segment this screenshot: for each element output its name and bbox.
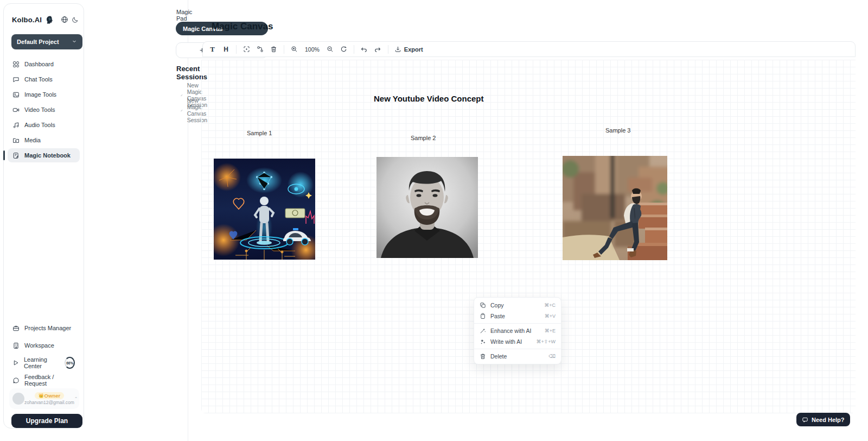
- toolbar-divider: [284, 45, 284, 54]
- chevron-down-icon: [72, 39, 77, 45]
- trash-icon: [480, 353, 486, 360]
- app-root: Kolbo.AI Default Project Dashboard: [0, 0, 868, 441]
- undo-button[interactable]: [358, 43, 371, 55]
- magic-canvas-grid[interactable]: New Youtube Video Concept Sample 1 Sampl…: [201, 60, 856, 413]
- sample-1-image[interactable]: [214, 159, 315, 260]
- zoom-out-icon: [327, 46, 334, 53]
- magic-notebook-icon: [12, 152, 20, 159]
- user-meta: 👑Owner zoharvan12@gmail.com: [24, 392, 74, 406]
- media-folder-icon: [12, 137, 20, 144]
- sidebar-item-label: Video Tools: [24, 106, 55, 113]
- sidebar-item-learning-center[interactable]: Learning Center 66%: [8, 355, 80, 371]
- learning-progress-badge: 66%: [65, 357, 75, 369]
- sample-2-label[interactable]: Sample 2: [411, 135, 436, 141]
- copy-icon: [480, 302, 486, 308]
- sidebar-item-magic-notebook[interactable]: Magic Notebook: [8, 148, 80, 162]
- language-globe-icon[interactable]: [61, 15, 68, 24]
- connector-icon: [257, 46, 264, 53]
- trash-icon: [270, 46, 277, 53]
- toolbar-divider: [388, 45, 388, 54]
- sidebar-item-image-tools[interactable]: Image Tools: [8, 87, 80, 102]
- sidebar-footer-nav: Projects Manager Workspace Learning Cent…: [8, 320, 80, 389]
- crown-icon: 👑: [39, 393, 44, 399]
- magic-notebook-panel: Magic Pad Magic Canvas New Session Recen…: [84, 0, 188, 441]
- rotate-reset-icon: [340, 46, 347, 53]
- sidebar-item-label: Media: [24, 137, 41, 143]
- context-menu-item-copy[interactable]: Copy ⌘+C: [474, 300, 561, 311]
- undo-icon: [360, 46, 368, 53]
- sidebar-item-workspace[interactable]: Workspace: [8, 337, 80, 354]
- video-icon: [12, 106, 20, 114]
- sidebar-item-label: Projects Manager: [24, 325, 71, 331]
- toolbar-divider: [236, 45, 237, 54]
- sample-1-label[interactable]: Sample 1: [247, 130, 272, 136]
- export-button[interactable]: Export: [392, 43, 425, 55]
- text-tool-button[interactable]: T: [206, 43, 219, 55]
- sidebar-item-chat-tools[interactable]: Chat Tools: [8, 72, 80, 86]
- user-account-row[interactable]: 👑Owner zoharvan12@gmail.com ⌃: [9, 388, 79, 409]
- toolbar-divider: [354, 45, 354, 54]
- delete-tool-button[interactable]: [267, 43, 280, 55]
- context-menu-item-enhance-with-ai[interactable]: Enhance with AI ⌘+E: [474, 325, 561, 336]
- owner-badge: 👑Owner: [35, 392, 65, 399]
- context-menu: Copy ⌘+C Paste ⌘+V Enhance with AI ⌘+E W…: [474, 297, 561, 364]
- dark-mode-moon-icon[interactable]: [72, 15, 79, 24]
- sample-2-image[interactable]: [376, 157, 478, 258]
- redo-icon: [374, 46, 381, 53]
- need-help-label: Need Help?: [812, 417, 845, 423]
- context-menu-item-write-with-ai[interactable]: Write with AI ⌘+⇧+W: [474, 336, 561, 347]
- project-selector[interactable]: Default Project: [11, 34, 82, 49]
- canvas-toolbar: T H 100% Export: [202, 41, 856, 57]
- sidebar-item-dashboard[interactable]: Dashboard: [8, 57, 80, 71]
- context-menu-shortcut: ⌘+E: [545, 328, 556, 333]
- heading-tool-button[interactable]: H: [220, 43, 232, 55]
- sidebar-item-media[interactable]: Media: [8, 133, 80, 147]
- zoom-in-button[interactable]: [288, 43, 301, 55]
- sidebar-item-video-tools[interactable]: Video Tools: [8, 103, 80, 117]
- sample-3-image[interactable]: [563, 156, 667, 260]
- connector-tool-button[interactable]: [254, 43, 266, 55]
- sidebar-item-label: Workspace: [24, 342, 54, 349]
- context-menu-shortcut: ⌫: [548, 354, 556, 359]
- need-help-button[interactable]: Need Help?: [796, 413, 850, 426]
- upgrade-plan-button[interactable]: Upgrade Plan: [11, 414, 82, 428]
- auto-select-button[interactable]: [240, 43, 253, 55]
- redo-button[interactable]: [372, 43, 384, 55]
- zoom-out-button[interactable]: [324, 43, 336, 55]
- auto-select-icon: [243, 46, 250, 53]
- user-email: zoharvan12@gmail.com: [24, 400, 74, 405]
- page-title: Magic Canvas: [212, 21, 273, 32]
- context-menu-divider: [474, 323, 561, 324]
- context-menu-label: Enhance with AI: [490, 327, 540, 334]
- sidebar-item-label: Feedback / Request: [24, 374, 75, 387]
- context-menu-label: Write with AI: [490, 338, 532, 345]
- owner-badge-label: Owner: [44, 393, 61, 399]
- dashboard-icon: [12, 61, 20, 68]
- logo-row: Kolbo.AI: [12, 15, 78, 24]
- panel-item-magic-pad[interactable]: Magic Pad: [176, 9, 192, 22]
- feedback-bubble-icon: [12, 377, 20, 384]
- context-menu-item-delete[interactable]: Delete ⌫: [474, 351, 561, 362]
- download-icon: [394, 46, 401, 53]
- pencil-icon: [181, 108, 183, 114]
- context-menu-shortcut: ⌘+⇧+W: [536, 339, 556, 344]
- zoom-level-value: 100%: [302, 46, 323, 53]
- context-menu-item-paste[interactable]: Paste ⌘+V: [474, 311, 561, 322]
- sparkles-icon: [480, 338, 486, 345]
- canvas-heading[interactable]: New Youtube Video Concept: [374, 94, 484, 103]
- text-tool-icon: T: [210, 45, 215, 54]
- reset-view-button[interactable]: [337, 43, 350, 55]
- sidebar-item-label: Magic Notebook: [24, 152, 71, 159]
- image-icon: [12, 91, 20, 98]
- sidebar-item-label: Chat Tools: [24, 76, 53, 83]
- sample-3-label[interactable]: Sample 3: [605, 127, 630, 134]
- help-chat-icon: [802, 417, 808, 423]
- sidebar-item-feedback[interactable]: Feedback / Request: [8, 372, 80, 388]
- context-menu-divider: [474, 349, 561, 349]
- context-menu-label: Paste: [490, 313, 540, 319]
- sidebar-item-projects-manager[interactable]: Projects Manager: [8, 320, 80, 336]
- sidebar: Kolbo.AI Default Project Dashboard: [3, 3, 84, 429]
- sidebar-item-audio-tools[interactable]: Audio Tools: [8, 118, 80, 132]
- chevron-up-icon: ⌃: [74, 396, 78, 401]
- chat-icon: [12, 76, 20, 83]
